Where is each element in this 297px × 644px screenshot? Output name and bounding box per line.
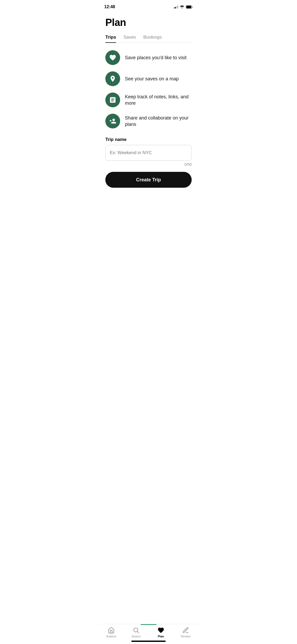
notes-icon (105, 93, 120, 107)
feature-keep-track-text: Keep track of notes, links, and more (125, 94, 192, 107)
tab-trips[interactable]: Trips (105, 35, 116, 43)
feature-share: Share and collaborate on your plans (105, 114, 192, 128)
status-icons (174, 5, 193, 9)
add-person-icon (105, 114, 120, 128)
page-title: Plan (105, 17, 192, 28)
tab-bookings[interactable]: Bookings (143, 35, 162, 43)
status-time: 12:48 (104, 4, 115, 9)
feature-save-places: Save places you'd like to visit (105, 50, 192, 65)
feature-save-places-text: Save places you'd like to visit (125, 54, 187, 61)
battery-icon (186, 5, 193, 9)
char-count: 0/50 (105, 162, 192, 167)
trip-name-section: Trip name 0/50 (105, 137, 192, 167)
feature-share-text: Share and collaborate on your plans (125, 115, 192, 128)
feature-keep-track: Keep track of notes, links, and more (105, 93, 192, 107)
heart-icon (105, 50, 120, 65)
trip-name-input[interactable] (105, 145, 192, 161)
main-content: Plan Trips Saves Bookings Save places yo… (99, 12, 198, 188)
feature-see-saves-text: See your saves on a map (125, 76, 179, 82)
svg-rect-1 (186, 6, 191, 8)
status-bar: 12:48 (99, 0, 198, 12)
tab-bar: Trips Saves Bookings (105, 35, 192, 43)
wifi-icon (180, 5, 184, 9)
trip-name-label: Trip name (105, 137, 192, 142)
location-icon (105, 71, 120, 86)
feature-see-saves: See your saves on a map (105, 71, 192, 86)
create-trip-button[interactable]: Create Trip (105, 172, 192, 188)
signal-icon (174, 5, 178, 8)
tab-saves[interactable]: Saves (124, 35, 136, 43)
feature-list: Save places you'd like to visit See your… (105, 50, 192, 128)
